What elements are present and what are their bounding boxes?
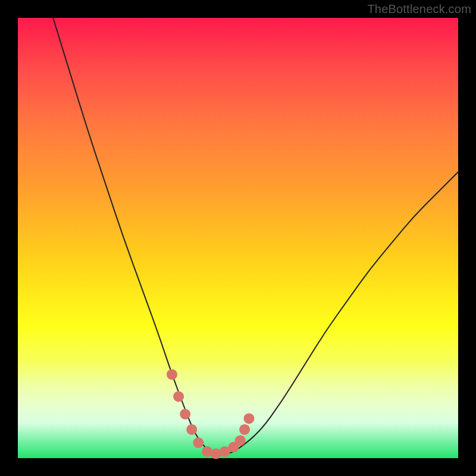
marker-point: [186, 424, 197, 435]
marker-point: [235, 435, 246, 446]
plot-area: [18, 18, 458, 458]
marker-point: [239, 424, 250, 435]
marker-point: [180, 409, 190, 419]
marker-point: [167, 369, 177, 380]
marker-point: [173, 391, 184, 402]
marker-point: [244, 413, 255, 424]
chart-stage: TheBottleneck.com: [0, 0, 476, 476]
bottleneck-curve: [53, 18, 458, 454]
watermark-text: TheBottleneck.com: [367, 2, 471, 16]
highlight-markers: [167, 369, 255, 459]
marker-point: [193, 437, 203, 448]
curve-svg: [18, 18, 458, 458]
